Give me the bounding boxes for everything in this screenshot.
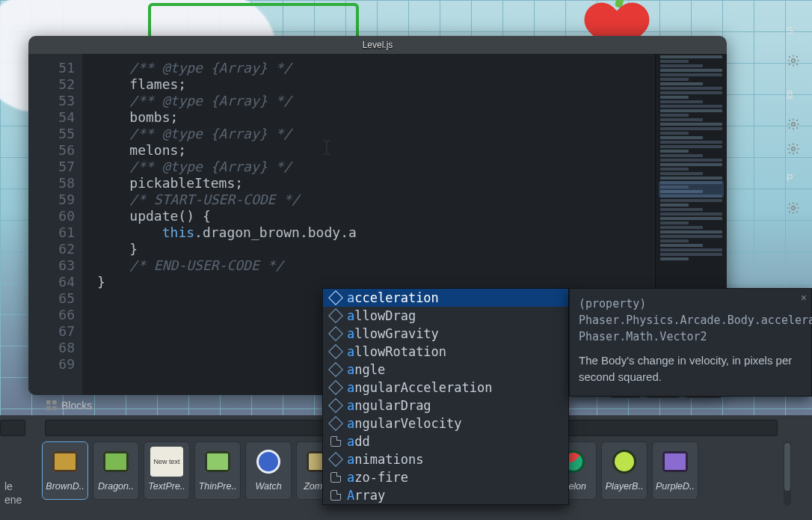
doc-signature: (property) Phaser.Physics.Arcade.Body.ac… (579, 296, 802, 345)
asset-item[interactable]: PlayerB.. (601, 441, 648, 500)
inspector-section-p[interactable]: P (776, 162, 812, 192)
autocomplete-label: angularDrag (347, 397, 431, 414)
asset-name: Watch (255, 481, 281, 492)
documentation-popup: × (property) Phaser.Physics.Arcade.Body.… (569, 288, 812, 397)
autocomplete-item[interactable]: allowGravity (323, 325, 568, 343)
doc-body: The Body's change in velocity, in pixels… (579, 352, 802, 385)
autocomplete-label: animations (347, 451, 423, 468)
asset-item[interactable]: PurpleD.. (652, 441, 698, 500)
property-icon (328, 308, 343, 323)
autocomplete-label: add (347, 433, 370, 450)
blocks-tab-label: Blocks (61, 400, 92, 412)
asset-thumb (252, 447, 285, 477)
assets-scrollbar[interactable] (784, 441, 791, 506)
blocks-tab[interactable]: Blocks (36, 395, 102, 416)
line-number-gutter: 51525354555657585960616263646566676869 (28, 54, 82, 395)
asset-name: ThinPre.. (199, 481, 237, 492)
asset-name: BrownD.. (46, 481, 84, 492)
gear-icon[interactable] (787, 54, 800, 67)
property-icon (328, 344, 343, 359)
autocomplete-label: allowRotation (347, 343, 446, 360)
snippet-icon (330, 436, 341, 447)
asset-item[interactable]: Watch (245, 441, 292, 500)
autocomplete-label: allowGravity (347, 325, 439, 342)
asset-name: Dragon.. (98, 481, 134, 492)
autocomplete-item[interactable]: animations (323, 450, 568, 468)
asset-name: PurpleD.. (656, 481, 695, 492)
property-icon (328, 398, 343, 413)
snippet-icon (330, 472, 341, 483)
property-icon (328, 326, 343, 341)
inspector-section-b[interactable]: B (776, 79, 812, 108)
asset-thumb (659, 447, 692, 477)
autocomplete-item[interactable]: angle (323, 361, 568, 379)
asset-name: TextPre.. (148, 481, 185, 492)
asset-item[interactable]: New textTextPre.. (144, 441, 190, 500)
autocomplete-item[interactable]: add (323, 432, 568, 450)
autocomplete-item[interactable]: angularAcceleration (323, 379, 568, 397)
property-icon (328, 416, 343, 431)
property-icon (328, 380, 343, 395)
property-icon (328, 452, 343, 467)
scrollbar-thumb[interactable] (784, 443, 790, 491)
property-icon (328, 362, 343, 377)
autocomplete-item[interactable]: allowRotation (323, 343, 568, 361)
autocomplete-popup[interactable]: accelerationallowDragallowGravityallowRo… (322, 288, 569, 505)
asset-name: PlayerB.. (606, 481, 644, 492)
asset-thumb (99, 447, 132, 477)
autocomplete-label: angularAcceleration (347, 379, 492, 396)
svg-point-3 (792, 207, 796, 210)
blocks-grid-icon (46, 400, 57, 411)
asset-item[interactable]: ThinPre.. (194, 441, 241, 500)
asset-item[interactable]: BrownD.. (42, 441, 88, 500)
svg-point-1 (792, 123, 796, 126)
inspector-section-s[interactable]: S (776, 15, 812, 45)
autocomplete-item[interactable]: allowDrag (323, 307, 568, 325)
autocomplete-label: azo-fire (347, 469, 408, 486)
autocomplete-item[interactable]: Array (323, 486, 568, 504)
editor-title: Level.js (28, 36, 727, 54)
gear-icon[interactable] (787, 117, 800, 131)
autocomplete-item[interactable]: angularVelocity (323, 415, 568, 432)
autocomplete-label: acceleration (347, 290, 439, 306)
gear-icon[interactable] (787, 142, 800, 156)
svg-point-2 (792, 147, 796, 151)
autocomplete-label: angle (347, 361, 385, 378)
svg-point-0 (792, 59, 796, 63)
asset-search[interactable] (0, 420, 25, 436)
asset-thumb: New text (150, 447, 183, 477)
autocomplete-label: allowDrag (347, 308, 416, 324)
asset-thumb (49, 447, 81, 477)
asset-thumb (201, 447, 234, 477)
gear-icon[interactable] (787, 201, 800, 215)
asset-thumb (608, 447, 641, 477)
autocomplete-label: angularVelocity (347, 415, 462, 432)
autocomplete-item[interactable]: angularDrag (323, 397, 568, 415)
asset-item[interactable]: Dragon.. (93, 441, 139, 500)
property-icon (328, 290, 343, 305)
autocomplete-label: Array (347, 487, 385, 504)
autocomplete-item[interactable]: acceleration (323, 289, 568, 307)
autocomplete-item[interactable]: azo-fire (323, 468, 568, 486)
snippet-icon (330, 490, 341, 501)
close-icon[interactable]: × (801, 290, 807, 305)
